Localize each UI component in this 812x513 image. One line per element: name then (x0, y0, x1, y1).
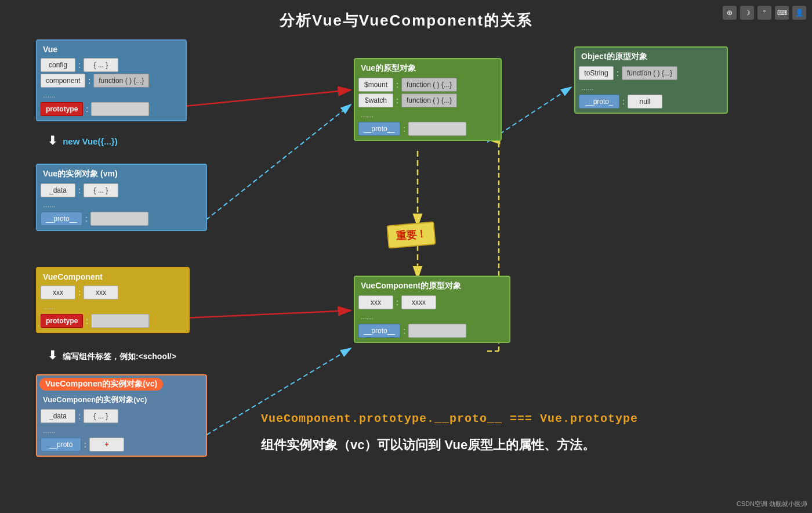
write-component-label: ⬇ 编写组件标签，例如:<school/> (48, 348, 176, 362)
down-arrow-icon: ⬇ (48, 133, 57, 147)
description-text: 组件实例对象（vc）可以访问到 Vue原型上的属性、方法。 (261, 436, 595, 454)
op-row-proto: __proto_ : null (579, 95, 723, 109)
vue-proto-box: Vue的原型对象 $mount : function ( ) {...} $wa… (354, 58, 502, 141)
op-proto-key: __proto_ (579, 95, 619, 109)
tray-icon-4: ⌨ (775, 6, 789, 20)
vcp-xxx-val: xxxx (401, 295, 436, 309)
vc-instance-data-key: _data (41, 409, 75, 423)
vc-row-xxx: xxx : xxx (41, 286, 185, 299)
vue-dots: ...... (39, 89, 183, 100)
vm-data-key: _data (41, 183, 75, 197)
tray-icon-3: ° (757, 6, 771, 20)
op-row-tostring: toString : function ( ) {...} (579, 66, 723, 80)
vue-proto-title: Vue的原型对象 (357, 62, 498, 75)
vue-component-key: component (41, 74, 85, 88)
vc-row-prototype: prototype : (41, 314, 185, 328)
system-tray: ⊕ ☽ ° ⌨ 👤 (723, 6, 806, 20)
vcp-dots: ...... (357, 311, 507, 322)
op-tostring-val: function ( ) {...} (622, 66, 677, 80)
vp-dots: ...... (357, 109, 498, 120)
vue-prototype-val (91, 102, 149, 116)
op-dots: ...... (578, 82, 724, 93)
vp-row-mount: $mount : function ( ) {...} (358, 78, 497, 92)
write-component-text: 编写组件标签，例如:<school/> (63, 352, 176, 361)
vm-box-title: Vue的实例对象 (vm) (39, 167, 204, 181)
vc-instance-dots: ...... (39, 425, 204, 436)
vc-proto-box: VueComponent的原型对象 xxx : xxxx ...... __pr… (354, 276, 510, 343)
vc-instance-row-data: _data : { ... } (41, 409, 202, 423)
vue-config-val: { ... } (84, 58, 118, 72)
vp-proto-val (408, 122, 466, 136)
tray-icon-2: ☽ (740, 6, 754, 20)
vp-mount-val: function ( ) {...} (401, 78, 457, 92)
vcp-proto-val (408, 324, 466, 338)
vm-proto-val (90, 212, 148, 226)
vp-watch-val: function ( ) {...} (401, 93, 457, 107)
watermark: CSDN空调 劲舰就小医师 (737, 500, 807, 508)
vue-row-config: config : { ... } (41, 58, 182, 72)
vcp-xxx-key: xxx (358, 295, 393, 309)
vcp-row-xxx: xxx : xxxx (358, 295, 506, 309)
page-title: 分析Vue与VueComponent的关系 (0, 0, 812, 37)
vc-xxx-key: xxx (41, 286, 75, 299)
vm-data-val: { ... } (84, 183, 118, 197)
vp-proto-key: __proto__ (358, 122, 400, 136)
object-proto-box: Object的原型对象 toString : function ( ) {...… (574, 46, 728, 114)
op-tostring-key: toString (579, 66, 614, 80)
vc-prototype-key: prototype (41, 314, 83, 328)
vue-row-component: component : function ( ) {...} (41, 74, 182, 88)
svg-line-6 (200, 104, 351, 225)
vc-instance-proto-key: __proto (41, 438, 81, 451)
vm-box: Vue的实例对象 (vm) _data : { ... } ...... __p… (36, 164, 207, 231)
down-arrow2-icon: ⬇ (48, 348, 57, 362)
vc-instance-data-val: { ... } (84, 409, 118, 423)
vc-instance-row-proto: __proto : + (41, 438, 202, 451)
vp-row-watch: $watch : function ( ) {...} (358, 93, 497, 107)
vcp-row-proto: __proto__ : (358, 324, 506, 338)
svg-line-3 (184, 90, 351, 106)
vc-dots: ...... (39, 301, 186, 312)
vc-instance-title-text: VueComponen的实例对象(vc) (39, 393, 204, 407)
vcp-proto-key: __proto__ (358, 324, 400, 338)
vc-proto-title: VueComponent的原型对象 (357, 279, 507, 293)
vp-mount-key: $mount (358, 78, 393, 92)
vm-dots: ...... (39, 199, 204, 210)
vp-watch-key: $watch (358, 93, 393, 107)
vue-prototype-key: prototype (41, 102, 83, 116)
vc-instance-proto-val: + (89, 438, 124, 451)
vue-component-box: VueComponent xxx : xxx ...... prototype … (36, 267, 190, 333)
vue-row-prototype: prototype : (41, 102, 182, 116)
svg-line-4 (184, 310, 351, 318)
vue-config-key: config (41, 58, 75, 72)
new-vue-label: ⬇ new Vue({...}) (48, 133, 118, 147)
vc-prototype-val (91, 314, 149, 328)
tray-icon-1: ⊕ (723, 6, 737, 20)
vm-row-data: _data : { ... } (41, 183, 202, 197)
vm-row-proto: __proto__ : (41, 212, 202, 226)
vm-proto-key: __proto__ (41, 212, 82, 226)
op-proto-val: null (628, 95, 662, 109)
main-container: 分析Vue与VueComponent的关系 (0, 0, 812, 513)
vc-instance-title: VueComponen的实例对象(vc) (39, 378, 163, 391)
vue-box: Vue config : { ... } component : functio… (36, 39, 187, 121)
vue-component-box-title: VueComponent (39, 270, 186, 283)
vc-xxx-val: xxx (84, 286, 118, 299)
vue-box-title: Vue (39, 43, 183, 56)
vue-component-val: function ( ) {...} (93, 74, 149, 88)
vp-row-proto: __proto__ : (358, 122, 497, 136)
tray-icon-5: 👤 (792, 6, 806, 20)
vc-instance-box: VueComponen的实例对象(vc) VueComponen的实例对象(vc… (36, 374, 207, 457)
object-proto-title: Object的原型对象 (578, 50, 724, 64)
important-badge: 重要！ (386, 222, 436, 249)
formula-text: VueComponent.prototype.__proto__ === Vue… (261, 412, 638, 425)
new-vue-text: new Vue({...}) (63, 136, 117, 146)
